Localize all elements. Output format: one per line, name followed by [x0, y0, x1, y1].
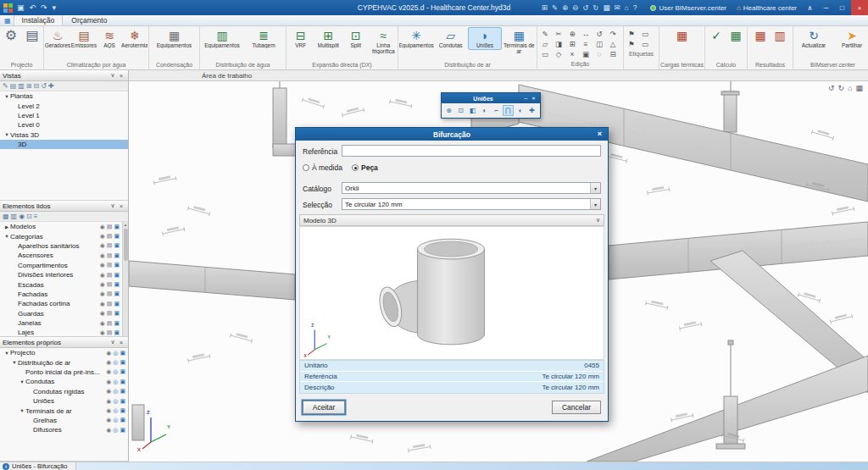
tree-item[interactable]: Ascensores ◉ ▤ ▣ — [0, 251, 122, 260]
visibility-icon[interactable]: ◉ — [106, 350, 111, 357]
target-icon[interactable]: ◎ — [113, 398, 118, 405]
layers-icon[interactable]: ▤ — [107, 290, 113, 297]
bim-model-icon[interactable]: ▣ — [120, 368, 125, 375]
layers-icon[interactable]: ▤ — [107, 310, 113, 317]
titlebar-tool-icon[interactable]: ↺ — [581, 1, 589, 14]
edit-tool-icon[interactable]: ◌ — [593, 49, 606, 59]
bim-model-icon[interactable]: ▣ — [120, 379, 125, 385]
visibility-icon[interactable]: ◉ — [106, 417, 111, 423]
ribbon-button[interactable]: ▦ — [726, 27, 745, 44]
expander-icon[interactable]: ▼ — [19, 408, 25, 413]
tree-item[interactable]: ▼ Plantas — [0, 91, 128, 101]
tree-item[interactable]: Fachadas ◉ ▤ ▣ — [0, 290, 122, 299]
tree-item[interactable]: Fachadas cortina ◉ ▤ ▣ — [0, 299, 122, 308]
titlebar-tool-icon[interactable]: ✎ — [551, 1, 559, 14]
redo-icon[interactable]: ↷ — [40, 1, 48, 14]
bim-model-icon[interactable]: ▣ — [114, 310, 120, 317]
edit-tool-icon[interactable]: ▭ — [538, 49, 552, 59]
bim-model-icon[interactable]: ▣ — [120, 388, 125, 395]
ribbon-tab[interactable]: Orçamento — [63, 14, 115, 25]
union-tool-icon[interactable]: ✚ — [526, 105, 537, 116]
tree-item[interactable]: Compartimentos ◉ ▤ ▣ — [0, 261, 122, 270]
ribbon-button[interactable]: ▦ Equipamentos — [152, 27, 198, 50]
tree-item[interactable]: Ponto inicial da pré-ins... ◉ ◎ ▣ — [0, 368, 128, 377]
target-icon[interactable]: ◎ — [113, 427, 118, 434]
viewport-tool-icon[interactable]: ↺ — [828, 83, 835, 93]
panel-tool-icon[interactable]: ✎ — [3, 81, 8, 91]
minimize-icon[interactable]: ─ — [819, 0, 833, 15]
tree-item[interactable]: Uniões ◉ ◎ ▣ — [0, 396, 128, 406]
bim-model-icon[interactable]: ▣ — [114, 262, 120, 268]
quick-access-dropdown-icon[interactable]: ▾ — [52, 1, 58, 14]
edit-tool-icon[interactable]: ⊞ — [565, 39, 579, 49]
elementos-proprios-header[interactable]: Elementos próprios ∨ × — [0, 337, 128, 348]
bim-model-icon[interactable]: ▣ — [114, 290, 120, 297]
scrollbar-thumb[interactable] — [124, 229, 128, 261]
visibility-icon[interactable]: ◉ — [106, 427, 111, 434]
ribbon-button[interactable]: ⊞ Multisplit — [315, 27, 342, 50]
edit-tool-icon[interactable]: ✂ — [552, 29, 565, 39]
visibility-icon[interactable]: ◉ — [100, 290, 105, 297]
visibility-icon[interactable]: ◉ — [100, 252, 105, 259]
bim-model-icon[interactable]: ▣ — [120, 350, 125, 357]
panel-tool-icon[interactable]: ⊞ — [26, 81, 32, 91]
visibility-icon[interactable]: ◉ — [106, 359, 111, 366]
bim-model-icon[interactable]: ▣ — [114, 320, 120, 327]
edit-tool-icon[interactable]: △ — [606, 39, 620, 49]
viewport-tool-icon[interactable]: ↻ — [838, 83, 845, 93]
expander-icon[interactable]: ▼ — [3, 94, 10, 99]
close-icon[interactable]: × — [595, 128, 604, 141]
union-tool-icon[interactable]: ⌐ — [491, 105, 502, 116]
ribbon-button[interactable]: ▤ Emissores — [71, 27, 97, 50]
bim-model-icon[interactable]: ▣ — [114, 301, 120, 307]
tree-item[interactable]: Difusores ◉ ◎ ▣ — [0, 425, 128, 434]
layers-icon[interactable]: ▤ — [107, 301, 113, 307]
modelo-3d-header[interactable]: Modelo 3D ∨ — [299, 214, 604, 226]
panel-tool-icon[interactable]: ✚ — [48, 81, 54, 91]
maximize-icon[interactable]: □ — [835, 0, 849, 15]
panel-tool-icon[interactable]: ▦ — [3, 212, 9, 221]
ribbon-button[interactable]: ▱ Condutas — [434, 27, 467, 50]
layers-icon[interactable]: ▤ — [107, 272, 113, 279]
expander-icon[interactable]: ▼ — [3, 351, 10, 356]
ribbon-button[interactable]: ▦ — [666, 27, 698, 44]
visibility-icon[interactable]: ◉ — [100, 262, 105, 268]
layers-icon[interactable]: ▤ — [107, 252, 113, 259]
collapse-icon[interactable]: ∨ — [108, 72, 117, 79]
ribbon-button[interactable]: ⊟ VRF — [287, 27, 314, 50]
visibility-icon[interactable]: ◉ — [100, 329, 105, 336]
edit-tool-icon[interactable]: ▣ — [579, 49, 593, 59]
layers-icon[interactable]: ▤ — [107, 233, 113, 240]
ribbon-button[interactable]: ▦ Terminais de ar — [503, 27, 536, 56]
edit-tool-icon[interactable]: ↺ — [593, 29, 606, 39]
target-icon[interactable]: ◎ — [113, 388, 118, 395]
visibility-icon[interactable]: ◉ — [100, 301, 105, 307]
close-icon[interactable]: × — [117, 73, 125, 79]
panel-tool-icon[interactable]: ▥ — [11, 212, 18, 221]
collapse-ribbon-icon[interactable]: ∧ — [803, 0, 817, 15]
expander-icon[interactable]: ▼ — [11, 360, 18, 365]
save-icon[interactable]: ▣ — [16, 1, 25, 14]
tree-item[interactable]: ▼ Projecto ◉ ◎ ▣ — [0, 348, 128, 357]
edit-tool-icon[interactable]: ↷ — [606, 29, 620, 39]
bim-model-icon[interactable]: ▣ — [114, 252, 120, 259]
layers-icon[interactable]: ▤ — [107, 242, 113, 249]
visibility-icon[interactable]: ◉ — [106, 407, 111, 414]
undo-icon[interactable]: ↶ — [29, 1, 37, 14]
titlebar-tool-icon[interactable]: ? — [632, 1, 638, 14]
scroll-up-icon[interactable]: ▴ — [125, 222, 127, 227]
panel-tool-icon[interactable]: ◉ — [19, 212, 25, 221]
ribbon-button[interactable]: ❄ Aerotermia — [122, 27, 147, 50]
ribbon-button[interactable]: ↻ Actualizar — [795, 27, 832, 50]
bim-model-icon[interactable]: ▣ — [120, 427, 125, 434]
label-tool-icon[interactable]: ▭ — [638, 29, 652, 39]
scrollbar[interactable]: ▴ — [122, 222, 128, 336]
bim-model-icon[interactable]: ▣ — [120, 398, 125, 405]
target-icon[interactable]: ◎ — [113, 359, 118, 366]
panel-tool-icon[interactable]: ≡ — [34, 212, 38, 221]
ribbon-button[interactable]: ≋ AQS — [97, 27, 121, 50]
titlebar[interactable]: ▣ ↶ ↷ ▾ CYPEHVAC v2025.d - Healthcare Ce… — [0, 0, 868, 15]
union-tool-icon[interactable]: ◗ — [479, 105, 490, 116]
edit-tool-icon[interactable]: ◨ — [552, 39, 565, 49]
radio-peca[interactable]: Peça — [352, 163, 378, 172]
